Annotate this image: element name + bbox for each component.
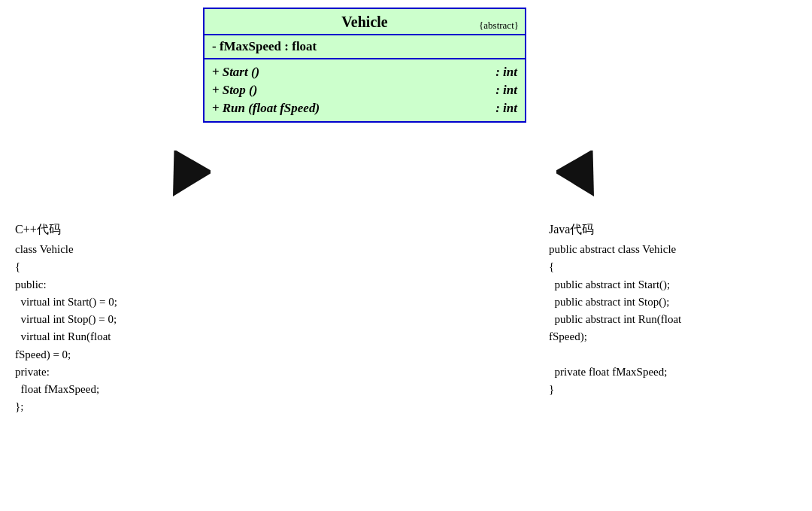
java-code-label: Java代码 [549, 222, 804, 238]
uml-attributes-section: - fMaxSpeed : float [205, 35, 525, 59]
uml-method-stop-return: : int [495, 83, 517, 98]
uml-method-start-sig: Start () [223, 65, 260, 79]
java-code-block: public abstract class Vehicle { public a… [549, 241, 804, 398]
page-container: Vehicle {abstract} - fMaxSpeed : float +… [0, 0, 812, 511]
uml-method-stop-sig: Stop () [223, 83, 258, 97]
cpp-code-section: C++代码 class Vehicle { public: virtual in… [15, 222, 301, 416]
uml-methods-section: +Start () : int +Stop () : int +Run (flo… [205, 59, 525, 121]
uml-abstract-tag: {abstract} [479, 20, 519, 32]
left-arrow-container [158, 151, 211, 206]
uml-method-start: +Start () : int [212, 63, 517, 81]
uml-method-stop-prefix: + [212, 83, 220, 97]
uml-method-start-prefix: + [212, 65, 220, 79]
svg-marker-1 [556, 151, 609, 203]
uml-method-run: +Run (float fSpeed) : int [212, 99, 517, 117]
uml-method-run-return: : int [495, 101, 517, 116]
right-arrow-container [556, 151, 609, 206]
left-arrow-icon [158, 151, 211, 203]
uml-attribute-item: - fMaxSpeed : float [212, 39, 517, 54]
uml-class-box: Vehicle {abstract} - fMaxSpeed : float +… [203, 8, 526, 123]
right-arrow-icon [556, 151, 609, 203]
uml-class-name: Vehicle [341, 14, 387, 30]
cpp-code-block: class Vehicle { public: virtual int Star… [15, 241, 301, 416]
uml-class-diagram: Vehicle {abstract} - fMaxSpeed : float +… [203, 8, 526, 123]
uml-method-stop: +Stop () : int [212, 81, 517, 99]
svg-marker-0 [158, 151, 211, 203]
cpp-code-label: C++代码 [15, 222, 301, 238]
uml-method-run-prefix: + [212, 101, 220, 115]
uml-method-run-sig: Run (float fSpeed) [223, 101, 320, 115]
uml-method-start-return: : int [495, 65, 517, 80]
java-code-section: Java代码 public abstract class Vehicle { p… [549, 222, 804, 398]
uml-class-header: Vehicle {abstract} [205, 9, 525, 35]
